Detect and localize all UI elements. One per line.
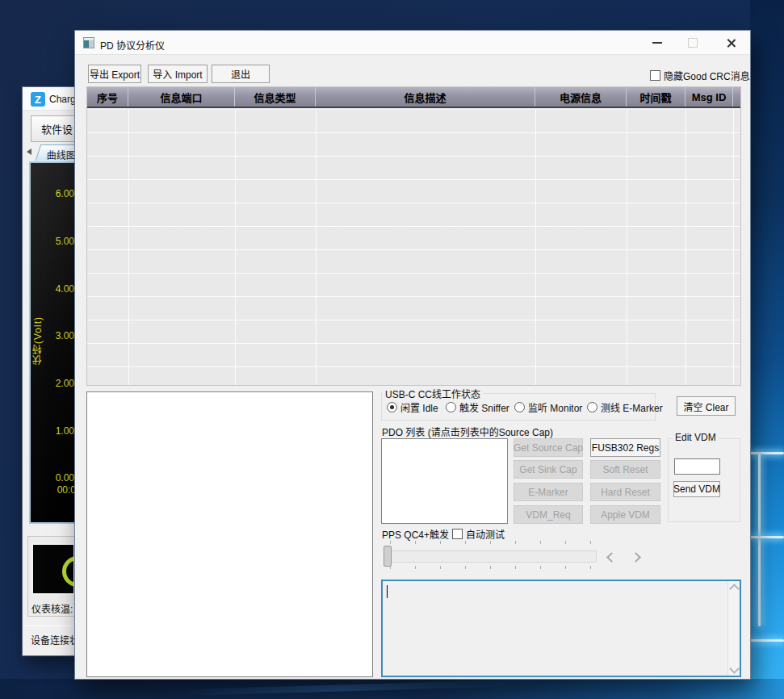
radio-emarker-label: 测线 E-Marker [601,400,663,414]
col-header-power[interactable]: 电源信息 [535,87,627,107]
wallpaper-beam [750,639,784,642]
ytick: 4.00 [42,283,74,295]
pdo-listbox[interactable] [381,438,508,524]
radio-monitor[interactable]: 监听 Monitor [514,400,582,414]
export-button[interactable]: 导出 Export [88,65,141,83]
col-header-type[interactable]: 信息类型 [235,87,316,107]
fusb302-regs-button[interactable]: FUSB302 Regs [590,438,660,457]
tab-scroll-left-icon[interactable] [27,149,31,155]
gauge-arc [62,556,75,587]
pps-slider-track[interactable] [384,550,597,563]
chevron-down-icon [729,663,740,674]
send-vdm-button[interactable]: Send VDM [673,481,720,497]
hide-goodcrc-label: 隐藏Good CRC消息 [664,69,750,82]
charger-window: Z Charg 软件设 曲线图 伏特(Volt) 6.00 5.00 4.00 … [23,87,76,655]
pd-titlebar: PD 协议分析仪 [75,31,750,55]
wallpaper-light-panel [750,0,784,699]
wallpaper-beam [750,452,784,454]
scroll-up-button[interactable] [728,583,740,594]
auto-test-checkbox[interactable]: 自动测试 [452,527,505,541]
col-header-desc[interactable]: 信息描述 [316,87,535,107]
grid-line [627,110,627,385]
radio-sniffer[interactable]: 触发 Sniffer [446,400,509,414]
software-settings-button[interactable]: 软件设 [31,115,76,142]
minimize-button[interactable] [641,31,673,55]
grid-line [535,110,536,385]
close-button[interactable] [714,31,748,55]
message-table: 序号 信息端口 信息类型 信息描述 电源信息 时间戳 Msg ID [86,86,741,386]
slider-ticks-bottom [390,566,593,569]
divider [24,626,74,626]
cc-groupbox-title: USB-C CC线工作状态 [383,387,483,400]
pps-label: PPS QC4+触发 [382,527,449,541]
ytick: 6.00 [42,188,74,199]
radio-sniffer-label: 触发 Sniffer [459,400,509,414]
table-body [87,110,740,385]
edit-vdm-groupbox-border [668,438,740,522]
hide-goodcrc-checkbox[interactable]: 隐藏Good CRC消息 [650,69,750,82]
import-button[interactable]: 导入 Import [148,65,208,83]
chevron-up-icon [729,584,740,594]
detail-listbox[interactable] [86,391,373,677]
exit-button[interactable]: 退出 [212,65,270,83]
charger-logo-icon: Z [31,92,45,107]
device-status-label: 设备连接状 [31,633,76,647]
desktop: Z Charg 软件设 曲线图 伏特(Volt) 6.00 5.00 4.00 … [0,0,784,699]
meter-temp-label: 仪表核温: [31,601,73,615]
col-header-msgid[interactable]: Msg ID [685,87,733,107]
soft-reset-button: Soft Reset [590,460,660,479]
app-icon [83,37,94,48]
wallpaper-beam [758,454,761,626]
col-header-port[interactable]: 信息端口 [128,87,235,107]
checkbox-icon [452,529,463,539]
ytick: 0.00 [42,472,74,483]
table-header: 序号 信息端口 信息类型 信息描述 电源信息 时间戳 Msg ID [87,87,740,108]
pps-slider-handle[interactable] [384,546,392,567]
maximize-icon [688,38,698,48]
radio-idle-label: 闲置 Idle [400,400,438,414]
ytick: 5.00 [42,236,74,247]
edit-vdm-title: Edit VDM [673,432,719,443]
voltage-chart: 伏特(Volt) 6.00 5.00 4.00 3.00 2.00 1.00 0… [29,161,76,524]
radio-icon [446,402,456,412]
ytick: 3.00 [42,330,74,341]
slider-ticks-top [390,541,593,544]
wallpaper-beam [750,536,784,538]
slider-step-up-button[interactable] [629,550,642,563]
maximize-button[interactable] [677,31,709,55]
radio-monitor-label: 监听 Monitor [528,400,582,414]
radio-emarker[interactable]: 测线 E-Marker [587,400,663,414]
chevron-left-icon [606,552,617,563]
grid-line [685,110,686,385]
gauge-panel: 仪表核温: [27,536,76,617]
log-textarea[interactable] [381,580,741,677]
e-marker-button: E-Marker [514,483,583,501]
col-header-time[interactable]: 时间戳 [627,87,685,107]
auto-test-label: 自动测试 [466,527,505,541]
grid-line [128,110,129,385]
pdo-list-label: PDO 列表 (请点击列表中的Source Cap) [382,425,553,438]
charger-title: Charg [49,94,76,105]
slider-step-down-button[interactable] [605,550,618,563]
clear-button[interactable]: 清空 Clear [677,396,736,416]
col-header-spacer [733,87,740,107]
radio-idle[interactable]: 闲置 Idle [387,400,438,414]
scroll-down-button[interactable] [728,663,740,674]
close-icon [726,38,736,48]
charger-titlebar: Z Charg [23,87,76,111]
minimize-icon [652,42,662,44]
get-source-cap-button: Get Source Cap [514,438,583,457]
col-header-index[interactable]: 序号 [87,87,128,107]
pd-window-title: PD 协议分析仪 [100,38,165,52]
grid-line [235,110,236,385]
text-cursor [387,585,388,598]
grid-line [733,110,734,385]
get-sink-cap-button: Get Sink Cap [514,460,583,479]
radio-icon [387,402,397,412]
vdm-input[interactable] [674,458,720,475]
xtick-start: 00:0 [47,484,76,496]
log-scrollbar[interactable] [727,581,740,676]
tab-curve[interactable]: 曲线图 [36,144,76,161]
checkbox-icon [650,70,660,81]
radio-icon [587,402,597,412]
